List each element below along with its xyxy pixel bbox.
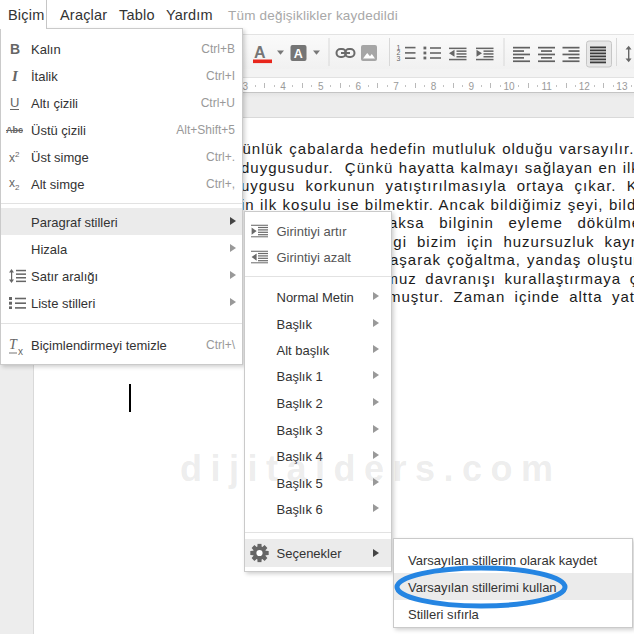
svg-text:A: A [254, 44, 266, 61]
svg-text:A: A [294, 47, 303, 61]
svg-text:3: 3 [397, 55, 401, 62]
